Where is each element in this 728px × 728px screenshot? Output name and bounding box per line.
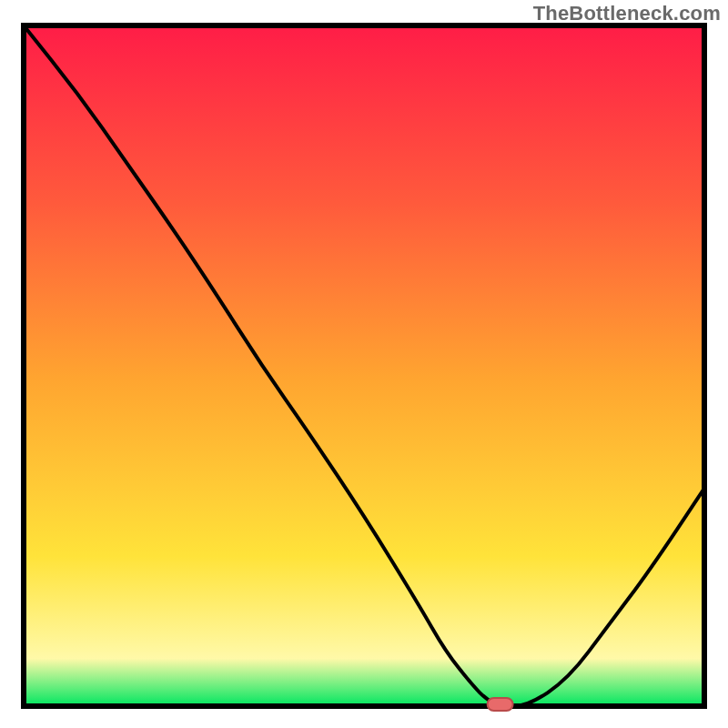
chart-svg bbox=[0, 0, 728, 728]
gradient-background bbox=[24, 25, 704, 706]
chart-container: TheBottleneck.com bbox=[0, 0, 728, 728]
optimal-marker bbox=[488, 698, 513, 711]
plot-area bbox=[24, 25, 704, 706]
